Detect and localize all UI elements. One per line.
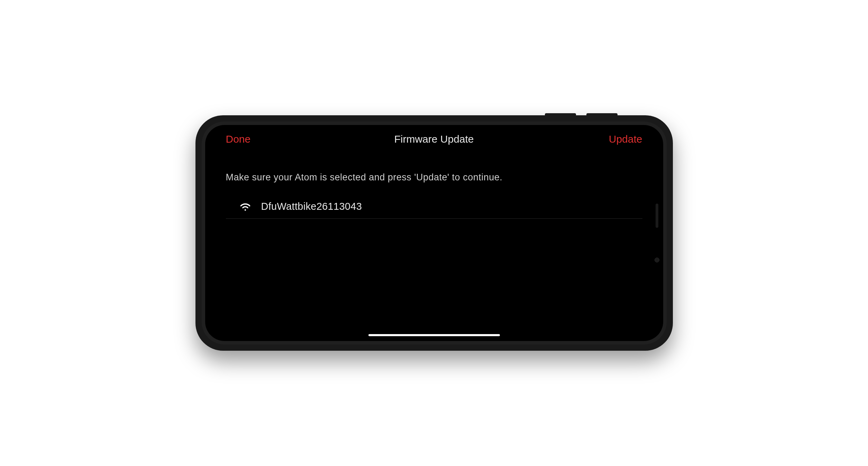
wifi-icon bbox=[239, 201, 252, 211]
device-name: DfuWattbike26113043 bbox=[261, 201, 362, 212]
instruction-text: Make sure your Atom is selected and pres… bbox=[226, 171, 642, 184]
phone-bezel: Done Firmware Update Update Make sure yo… bbox=[202, 122, 667, 344]
volume-up-button bbox=[545, 113, 576, 115]
content-area: Make sure your Atom is selected and pres… bbox=[205, 152, 663, 219]
device-list: DfuWattbike26113043 bbox=[226, 195, 642, 219]
volume-down-button bbox=[586, 113, 618, 115]
front-camera bbox=[655, 258, 659, 262]
speaker bbox=[656, 204, 658, 228]
page-title: Firmware Update bbox=[274, 133, 594, 145]
done-button[interactable]: Done bbox=[226, 133, 251, 145]
screen: Done Firmware Update Update Make sure yo… bbox=[205, 125, 663, 341]
update-button[interactable]: Update bbox=[609, 133, 642, 145]
navigation-bar: Done Firmware Update Update bbox=[205, 125, 663, 152]
notch bbox=[651, 190, 663, 276]
home-indicator[interactable] bbox=[368, 334, 500, 336]
phone-frame: Done Firmware Update Update Make sure yo… bbox=[195, 115, 673, 351]
device-row[interactable]: DfuWattbike26113043 bbox=[226, 195, 642, 219]
